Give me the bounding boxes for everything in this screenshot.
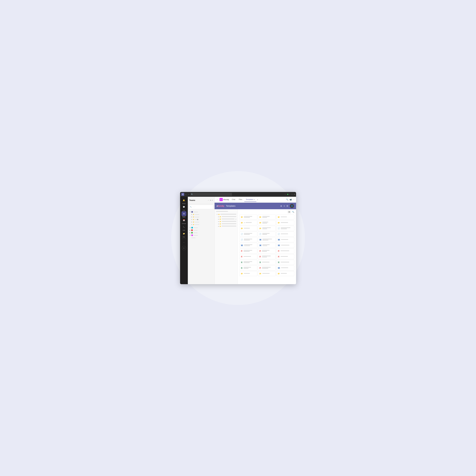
tab-back-button[interactable]: ←: [216, 198, 219, 201]
nav-forward-button[interactable]: ›: [188, 193, 189, 196]
template-card[interactable]: W: [276, 237, 294, 242]
pdf-icon: P: [278, 250, 280, 252]
list-item[interactable]: ▶ 📁 ·····⚙: [188, 218, 214, 221]
card-text: [281, 273, 293, 274]
list-item[interactable]: ▶ 📁 ··········: [188, 221, 214, 223]
template-card[interactable]: P: [258, 265, 276, 271]
template-card[interactable]: 📄: [239, 237, 257, 242]
channel-search-bar[interactable]: 🔍 ··········: [189, 205, 213, 209]
tab-search-icon[interactable]: 🔍: [286, 199, 288, 201]
sidebar-item-more[interactable]: ···: [182, 240, 186, 245]
tree-chevron-icon: ▶: [191, 221, 192, 223]
close-button[interactable]: ✕: [294, 193, 295, 195]
tab-chat[interactable]: Chat: [230, 197, 237, 202]
template-card[interactable]: X: [276, 260, 294, 265]
sidebar-item-activity[interactable]: 🔔 Activity: [182, 198, 186, 204]
grid-view-button[interactable]: ⊞: [288, 210, 291, 213]
template-card[interactable]: W: [276, 265, 294, 271]
eformity-add-icon[interactable]: ⊕: [280, 205, 282, 207]
tab-templates[interactable]: Templates ▼: [244, 197, 256, 202]
list-item[interactable]: ▼ ··········: [188, 234, 214, 237]
template-card[interactable]: P: [239, 249, 257, 254]
template-card[interactable]: X: [239, 265, 257, 271]
template-card[interactable]: W: [258, 237, 276, 242]
list-item[interactable]: ▶ 📁 ··········: [188, 213, 214, 216]
title-more-button[interactable]: ···: [285, 193, 286, 195]
sidebar-item-calls[interactable]: 📞 Calls: [182, 225, 186, 231]
tree-chevron-icon: ▶: [218, 216, 219, 217]
tree-item[interactable]: ▶ 📁: [215, 225, 238, 227]
list-item[interactable]: ▼ ··········: [188, 226, 214, 229]
template-card[interactable]: 📁: [239, 271, 257, 276]
template-card[interactable]: 📁: [239, 226, 257, 231]
template-card[interactable]: W: [276, 243, 294, 248]
template-card[interactable]: 📁: [276, 215, 294, 220]
template-card[interactable]: 📁 ℹ: [239, 220, 257, 225]
tree-item[interactable]: ▶ 📁 ⚙: [215, 218, 238, 220]
template-card[interactable]: P: [276, 254, 294, 259]
card-text: [244, 250, 256, 252]
template-card[interactable]: 📁: [258, 220, 276, 225]
template-card[interactable]: 📁: [276, 271, 294, 276]
template-card[interactable]: 📄: [258, 232, 276, 237]
add-app-button[interactable]: +: [182, 246, 186, 250]
eformity-settings-icon[interactable]: ⚙: [286, 205, 288, 207]
minimize-button[interactable]: −: [289, 193, 290, 195]
template-card[interactable]: P: [276, 249, 294, 254]
add-tab-button[interactable]: +: [257, 199, 258, 201]
template-card[interactable]: X: [258, 260, 276, 265]
tree-item[interactable]: ▶ 📁: [215, 223, 238, 225]
template-card[interactable]: X: [239, 260, 257, 265]
grid-search-button[interactable]: 🔍: [292, 211, 294, 213]
card-text: [281, 217, 293, 218]
restore-button[interactable]: □: [291, 193, 292, 195]
channel-root-item[interactable]: ▼ ··········: [188, 211, 214, 213]
list-item[interactable]: ▶ ··········: [188, 229, 214, 232]
list-item[interactable]: ▶ 📁 ··········: [188, 216, 214, 218]
tab-more-icon[interactable]: ···: [293, 199, 294, 201]
tab-video-icon[interactable]: 📹: [289, 199, 292, 201]
tree-root[interactable]: [215, 210, 238, 213]
folder-icon: 📁: [193, 216, 194, 218]
template-card[interactable]: 📄: [239, 232, 257, 237]
eformity-user-avatar[interactable]: 👤: [290, 204, 294, 208]
channel-add-button[interactable]: +: [212, 199, 213, 201]
card-text: [281, 245, 293, 246]
tree-item[interactable]: ▶ 📁: [215, 220, 238, 223]
template-card[interactable]: 📁: [258, 271, 276, 276]
template-card[interactable]: 📁: [276, 220, 294, 225]
list-item[interactable]: ··········: [188, 237, 214, 239]
sidebar-item-calendar[interactable]: 📅 Calendar: [182, 218, 186, 224]
list-item[interactable]: ▶ ··········: [188, 232, 214, 234]
channel-sub-label: ··········: [195, 224, 199, 225]
pdf-icon: P: [241, 256, 243, 258]
tree-item[interactable]: ▼ 📁: [215, 213, 238, 216]
template-card[interactable]: 📁: [239, 215, 257, 220]
eformity-menu-icon[interactable]: ≡: [284, 205, 285, 207]
sidebar-item-files[interactable]: 📁 Files: [182, 231, 186, 238]
grid-panel: ⊞ 🔍 📁: [238, 209, 296, 284]
card-text: [262, 273, 274, 274]
template-card[interactable]: 📁: [258, 215, 276, 220]
template-card[interactable]: 📁: [258, 226, 276, 231]
sidebar-item-chat[interactable]: 💬 Chat: [182, 205, 186, 211]
sidebar-item-teams[interactable]: ⊞ Teams: [182, 211, 186, 217]
nav-back-button[interactable]: ‹: [185, 193, 187, 196]
tree-item-skeleton: [220, 214, 236, 215]
tree-panel: ▼ 📁 ▶ 📁 ▶ 📁 ⚙: [215, 209, 238, 284]
template-card[interactable]: 📄: [276, 226, 294, 231]
tree-item[interactable]: ▶ 📁: [215, 216, 238, 218]
template-card[interactable]: P: [258, 249, 276, 254]
channel-filter-button[interactable]: ≡: [210, 199, 211, 201]
template-card[interactable]: 📄: [276, 232, 294, 237]
list-item[interactable]: ▶ 📁 ··········: [188, 223, 214, 226]
channel-chevron-icon: ▶: [190, 230, 190, 231]
title-search-bar[interactable]: 🔍: [190, 193, 232, 196]
channel-more-button[interactable]: ···: [208, 199, 209, 201]
template-card[interactable]: P: [239, 254, 257, 259]
template-card[interactable]: W: [239, 243, 257, 248]
tab-files[interactable]: Files: [237, 197, 244, 202]
template-card[interactable]: P: [258, 254, 276, 259]
template-card[interactable]: W: [258, 243, 276, 248]
card-text: [262, 250, 274, 252]
